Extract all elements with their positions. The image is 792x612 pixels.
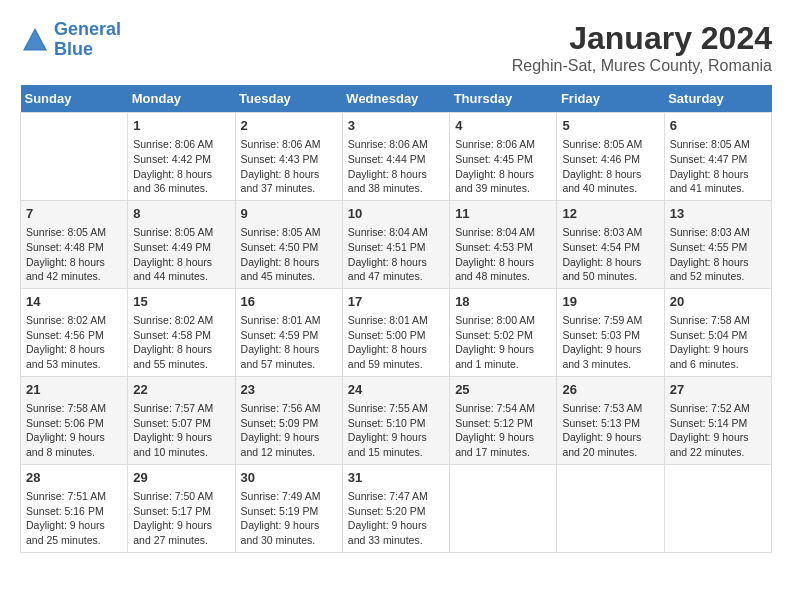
calendar-cell: 5Sunrise: 8:05 AM Sunset: 4:46 PM Daylig… <box>557 113 664 201</box>
cell-content: Sunrise: 8:05 AM Sunset: 4:49 PM Dayligh… <box>133 225 229 284</box>
header-sunday: Sunday <box>21 85 128 113</box>
calendar-cell: 12Sunrise: 8:03 AM Sunset: 4:54 PM Dayli… <box>557 200 664 288</box>
cell-content: Sunrise: 7:49 AM Sunset: 5:19 PM Dayligh… <box>241 489 337 548</box>
calendar-cell: 27Sunrise: 7:52 AM Sunset: 5:14 PM Dayli… <box>664 376 771 464</box>
day-number: 8 <box>133 205 229 223</box>
calendar-cell: 20Sunrise: 7:58 AM Sunset: 5:04 PM Dayli… <box>664 288 771 376</box>
day-number: 27 <box>670 381 766 399</box>
calendar-cell: 6Sunrise: 8:05 AM Sunset: 4:47 PM Daylig… <box>664 113 771 201</box>
day-number: 6 <box>670 117 766 135</box>
cell-content: Sunrise: 7:59 AM Sunset: 5:03 PM Dayligh… <box>562 313 658 372</box>
calendar-cell: 11Sunrise: 8:04 AM Sunset: 4:53 PM Dayli… <box>450 200 557 288</box>
page-header: General Blue January 2024 Reghin-Sat, Mu… <box>20 20 772 75</box>
cell-content: Sunrise: 7:53 AM Sunset: 5:13 PM Dayligh… <box>562 401 658 460</box>
calendar-cell: 24Sunrise: 7:55 AM Sunset: 5:10 PM Dayli… <box>342 376 449 464</box>
day-number: 2 <box>241 117 337 135</box>
calendar-cell: 23Sunrise: 7:56 AM Sunset: 5:09 PM Dayli… <box>235 376 342 464</box>
day-number: 21 <box>26 381 122 399</box>
day-number: 17 <box>348 293 444 311</box>
logo-text: General Blue <box>54 20 121 60</box>
cell-content: Sunrise: 8:04 AM Sunset: 4:51 PM Dayligh… <box>348 225 444 284</box>
day-number: 16 <box>241 293 337 311</box>
day-number: 1 <box>133 117 229 135</box>
day-number: 31 <box>348 469 444 487</box>
cell-content: Sunrise: 8:03 AM Sunset: 4:54 PM Dayligh… <box>562 225 658 284</box>
calendar-cell: 30Sunrise: 7:49 AM Sunset: 5:19 PM Dayli… <box>235 464 342 552</box>
cell-content: Sunrise: 7:54 AM Sunset: 5:12 PM Dayligh… <box>455 401 551 460</box>
day-number: 20 <box>670 293 766 311</box>
month-title: January 2024 <box>512 20 772 57</box>
day-number: 14 <box>26 293 122 311</box>
calendar-header-row: SundayMondayTuesdayWednesdayThursdayFrid… <box>21 85 772 113</box>
calendar-cell: 9Sunrise: 8:05 AM Sunset: 4:50 PM Daylig… <box>235 200 342 288</box>
day-number: 10 <box>348 205 444 223</box>
cell-content: Sunrise: 7:56 AM Sunset: 5:09 PM Dayligh… <box>241 401 337 460</box>
header-monday: Monday <box>128 85 235 113</box>
cell-content: Sunrise: 8:01 AM Sunset: 5:00 PM Dayligh… <box>348 313 444 372</box>
day-number: 19 <box>562 293 658 311</box>
calendar-cell: 19Sunrise: 7:59 AM Sunset: 5:03 PM Dayli… <box>557 288 664 376</box>
week-row-4: 21Sunrise: 7:58 AM Sunset: 5:06 PM Dayli… <box>21 376 772 464</box>
calendar-cell: 4Sunrise: 8:06 AM Sunset: 4:45 PM Daylig… <box>450 113 557 201</box>
cell-content: Sunrise: 8:06 AM Sunset: 4:45 PM Dayligh… <box>455 137 551 196</box>
day-number: 11 <box>455 205 551 223</box>
calendar-cell: 21Sunrise: 7:58 AM Sunset: 5:06 PM Dayli… <box>21 376 128 464</box>
day-number: 15 <box>133 293 229 311</box>
calendar-cell: 22Sunrise: 7:57 AM Sunset: 5:07 PM Dayli… <box>128 376 235 464</box>
day-number: 22 <box>133 381 229 399</box>
week-row-2: 7Sunrise: 8:05 AM Sunset: 4:48 PM Daylig… <box>21 200 772 288</box>
day-number: 24 <box>348 381 444 399</box>
day-number: 29 <box>133 469 229 487</box>
calendar-cell <box>21 113 128 201</box>
calendar-cell: 28Sunrise: 7:51 AM Sunset: 5:16 PM Dayli… <box>21 464 128 552</box>
logo-line1: General <box>54 19 121 39</box>
subtitle: Reghin-Sat, Mures County, Romania <box>512 57 772 75</box>
calendar-cell: 16Sunrise: 8:01 AM Sunset: 4:59 PM Dayli… <box>235 288 342 376</box>
cell-content: Sunrise: 8:05 AM Sunset: 4:50 PM Dayligh… <box>241 225 337 284</box>
calendar-cell: 26Sunrise: 7:53 AM Sunset: 5:13 PM Dayli… <box>557 376 664 464</box>
cell-content: Sunrise: 8:05 AM Sunset: 4:46 PM Dayligh… <box>562 137 658 196</box>
title-area: January 2024 Reghin-Sat, Mures County, R… <box>512 20 772 75</box>
cell-content: Sunrise: 8:02 AM Sunset: 4:56 PM Dayligh… <box>26 313 122 372</box>
cell-content: Sunrise: 8:05 AM Sunset: 4:47 PM Dayligh… <box>670 137 766 196</box>
calendar-cell: 7Sunrise: 8:05 AM Sunset: 4:48 PM Daylig… <box>21 200 128 288</box>
calendar-cell <box>557 464 664 552</box>
calendar-cell: 18Sunrise: 8:00 AM Sunset: 5:02 PM Dayli… <box>450 288 557 376</box>
logo-line2: Blue <box>54 39 93 59</box>
calendar-table: SundayMondayTuesdayWednesdayThursdayFrid… <box>20 85 772 553</box>
cell-content: Sunrise: 8:03 AM Sunset: 4:55 PM Dayligh… <box>670 225 766 284</box>
cell-content: Sunrise: 8:06 AM Sunset: 4:44 PM Dayligh… <box>348 137 444 196</box>
day-number: 30 <box>241 469 337 487</box>
calendar-cell: 2Sunrise: 8:06 AM Sunset: 4:43 PM Daylig… <box>235 113 342 201</box>
header-friday: Friday <box>557 85 664 113</box>
calendar-cell: 3Sunrise: 8:06 AM Sunset: 4:44 PM Daylig… <box>342 113 449 201</box>
cell-content: Sunrise: 8:06 AM Sunset: 4:42 PM Dayligh… <box>133 137 229 196</box>
cell-content: Sunrise: 7:51 AM Sunset: 5:16 PM Dayligh… <box>26 489 122 548</box>
cell-content: Sunrise: 8:06 AM Sunset: 4:43 PM Dayligh… <box>241 137 337 196</box>
calendar-cell: 1Sunrise: 8:06 AM Sunset: 4:42 PM Daylig… <box>128 113 235 201</box>
calendar-cell: 15Sunrise: 8:02 AM Sunset: 4:58 PM Dayli… <box>128 288 235 376</box>
logo: General Blue <box>20 20 121 60</box>
day-number: 23 <box>241 381 337 399</box>
cell-content: Sunrise: 7:55 AM Sunset: 5:10 PM Dayligh… <box>348 401 444 460</box>
cell-content: Sunrise: 7:52 AM Sunset: 5:14 PM Dayligh… <box>670 401 766 460</box>
cell-content: Sunrise: 7:57 AM Sunset: 5:07 PM Dayligh… <box>133 401 229 460</box>
header-tuesday: Tuesday <box>235 85 342 113</box>
day-number: 5 <box>562 117 658 135</box>
calendar-cell: 14Sunrise: 8:02 AM Sunset: 4:56 PM Dayli… <box>21 288 128 376</box>
day-number: 3 <box>348 117 444 135</box>
header-wednesday: Wednesday <box>342 85 449 113</box>
day-number: 7 <box>26 205 122 223</box>
calendar-cell <box>664 464 771 552</box>
calendar-cell: 31Sunrise: 7:47 AM Sunset: 5:20 PM Dayli… <box>342 464 449 552</box>
calendar-cell: 10Sunrise: 8:04 AM Sunset: 4:51 PM Dayli… <box>342 200 449 288</box>
cell-content: Sunrise: 8:01 AM Sunset: 4:59 PM Dayligh… <box>241 313 337 372</box>
svg-marker-1 <box>25 31 45 49</box>
logo-icon <box>20 25 50 55</box>
calendar-cell: 13Sunrise: 8:03 AM Sunset: 4:55 PM Dayli… <box>664 200 771 288</box>
day-number: 28 <box>26 469 122 487</box>
week-row-5: 28Sunrise: 7:51 AM Sunset: 5:16 PM Dayli… <box>21 464 772 552</box>
day-number: 25 <box>455 381 551 399</box>
cell-content: Sunrise: 8:04 AM Sunset: 4:53 PM Dayligh… <box>455 225 551 284</box>
cell-content: Sunrise: 8:00 AM Sunset: 5:02 PM Dayligh… <box>455 313 551 372</box>
